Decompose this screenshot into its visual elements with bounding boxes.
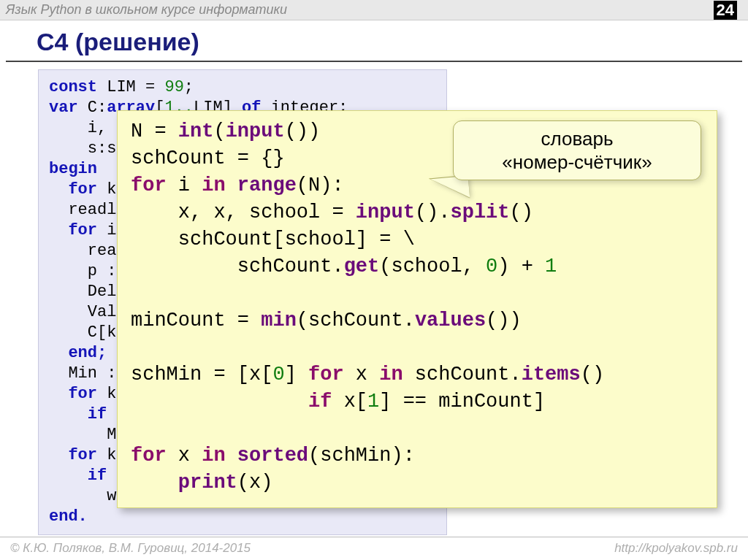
code-token: for <box>308 364 344 386</box>
code-token: if <box>49 405 107 423</box>
code-token: print <box>178 472 237 494</box>
code-token: (schMin): <box>308 445 415 467</box>
code-token: LIM = <box>97 78 164 96</box>
code-token: input <box>356 202 415 223</box>
code-token: wr <box>49 487 126 505</box>
footer-copyright: © К.Ю. Поляков, В.М. Гуровиц, 2014-2015 <box>10 541 251 556</box>
code-token: for <box>49 221 97 239</box>
code-token: read <box>49 242 126 260</box>
code-token: items <box>522 364 581 386</box>
footer-url: http://kpolyakov.spb.ru <box>614 541 738 556</box>
code-token: for <box>131 174 167 196</box>
code-token: minCount = <box>131 310 261 331</box>
code-token <box>226 174 237 196</box>
code-token: ) + <box>497 256 545 277</box>
code-token: int <box>178 120 214 142</box>
code-token: schCount. <box>131 256 344 277</box>
code-token: ( <box>213 120 225 142</box>
code-token: Val( <box>49 303 126 321</box>
code-token: () <box>510 202 533 223</box>
code-token: input <box>226 120 285 142</box>
header-title: Язык Python в школьном курсе информатики <box>6 2 287 18</box>
code-token: for <box>49 385 97 403</box>
code-token: (N): <box>297 174 344 196</box>
code-token: for <box>49 446 97 464</box>
code-token: if <box>308 391 332 413</box>
code-token: i <box>167 174 202 196</box>
header-bar: Язык Python в школьном курсе информатики… <box>0 0 748 20</box>
code-token: x[ <box>332 391 367 413</box>
code-token <box>226 445 237 467</box>
code-token: for <box>49 180 97 199</box>
code-token: var <box>49 99 78 117</box>
code-token: Mi <box>49 426 126 444</box>
code-token: split <box>450 202 509 223</box>
code-token <box>131 472 178 494</box>
footer: © К.Ю. Поляков, В.М. Гуровиц, 2014-2015 … <box>0 537 748 560</box>
code-token: ] == minCount] <box>379 391 545 413</box>
code-token: x <box>167 445 202 467</box>
code-token: 0 <box>272 364 284 386</box>
callout-box: словарь «номер-счётчик» <box>453 120 701 180</box>
code-token: end; <box>49 344 107 362</box>
code-token: 1 <box>545 256 557 277</box>
code-token: p := <box>49 262 126 280</box>
code-token: sorted <box>237 445 308 467</box>
slide: Язык Python в школьном курсе информатики… <box>0 0 748 560</box>
code-token: get <box>344 256 380 277</box>
code-token <box>131 391 308 413</box>
code-token: const <box>49 78 97 96</box>
code-token: for <box>131 445 167 467</box>
code-token: schCount. <box>403 364 522 386</box>
code-token: if <box>49 467 107 485</box>
code-token: range <box>237 174 297 196</box>
slide-title: C4 (решение) <box>37 28 742 56</box>
code-token: 0 <box>486 256 497 277</box>
code-token: readln <box>49 201 126 219</box>
code-token: N = <box>131 120 178 142</box>
code-token: ()) <box>486 310 522 331</box>
page-number: 24 <box>714 1 737 20</box>
code-token: C[k] <box>49 323 126 342</box>
code-token: in <box>379 364 402 386</box>
code-token: ; <box>184 78 194 96</box>
code-token: ] <box>285 364 308 386</box>
code-token: 1 <box>367 391 379 413</box>
code-token: Dele <box>49 283 126 301</box>
code-token: x, x, school = <box>131 202 356 223</box>
title-row: C4 (решение) <box>6 20 742 62</box>
code-token: 99 <box>164 78 183 96</box>
callout-text: словарь «номер-счётчик» <box>502 127 652 174</box>
code-token: end. <box>49 507 88 526</box>
code-token: schCount = {} <box>131 147 285 169</box>
code-token: (). <box>415 202 451 223</box>
code-token: values <box>415 310 486 331</box>
code-token: schCount[school] = \ <box>131 229 415 250</box>
code-token: min <box>261 310 297 331</box>
code-token: (x) <box>237 472 273 494</box>
code-token: () <box>581 364 604 386</box>
code-token: Min := <box>49 364 126 383</box>
code-token: x <box>344 364 380 386</box>
code-token: in <box>202 445 225 467</box>
code-token: (schCount. <box>297 310 415 331</box>
code-token: (school, <box>379 256 486 277</box>
code-token: schMin = [x[ <box>131 364 272 386</box>
code-token: begin <box>49 160 97 178</box>
code-token: in <box>202 174 225 196</box>
code-token: C: <box>78 99 107 117</box>
code-token: ()) <box>285 120 321 142</box>
